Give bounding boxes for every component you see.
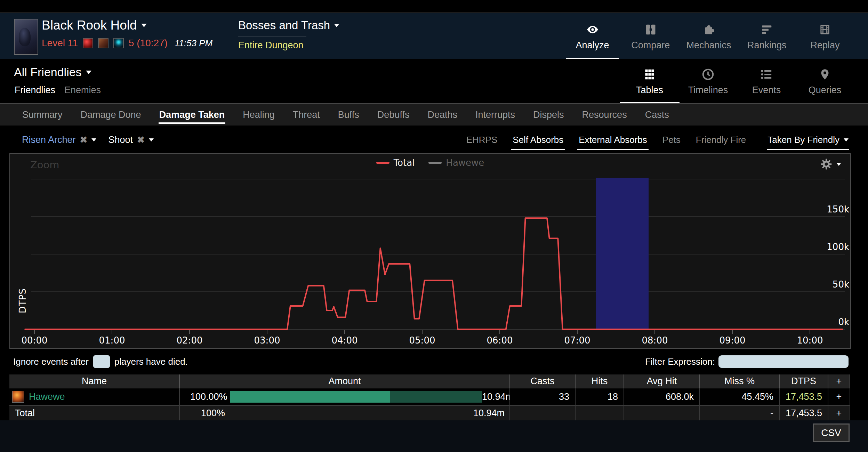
toggle-external-absorbs[interactable]: External Absorbs (579, 135, 647, 145)
legend-label: Total (394, 158, 415, 168)
rankings-bars-icon (760, 22, 774, 37)
tab-deaths[interactable]: Deaths (427, 104, 457, 126)
col-header-miss[interactable]: Miss % (700, 374, 780, 388)
col-header-amount[interactable]: Amount (180, 374, 510, 388)
page-bottom-background (0, 420, 868, 452)
legend-swatch (428, 162, 442, 164)
fight-selector-dropdown[interactable]: Bosses and Trash (238, 19, 339, 32)
hits-value: 18 (576, 388, 624, 405)
svg-text:02:00: 02:00 (177, 335, 203, 346)
chevron-down-icon[interactable] (149, 138, 154, 142)
view-events[interactable]: Events (737, 59, 796, 103)
y-axis-title: DTPS (17, 283, 28, 318)
keystone-result: 5 (10:27) (129, 38, 168, 49)
svg-text:10:00: 10:00 (797, 335, 823, 346)
chevron-down-icon[interactable] (91, 138, 96, 142)
tab-damage-taken[interactable]: Damage Taken (159, 104, 225, 126)
tab-interrupts[interactable]: Interrupts (475, 104, 515, 126)
ignore-events-label-suffix: players have died. (114, 356, 188, 367)
toggle-self-absorbs[interactable]: Self Absorbs (513, 135, 563, 145)
nav-replay[interactable]: Replay (796, 13, 854, 59)
tab-summary[interactable]: Summary (22, 104, 63, 126)
col-header-plus[interactable]: + (828, 374, 850, 388)
source-dropdown[interactable]: All Friendlies (14, 65, 91, 79)
svg-text:0k: 0k (838, 317, 849, 327)
col-header-casts[interactable]: Casts (510, 374, 576, 388)
filter-pill-risen-archer[interactable]: Risen Archer ✖ (22, 135, 96, 145)
table-header-row: Name Amount Casts Hits Avg Hit Miss % DT… (9, 374, 850, 388)
filter-expression-input[interactable] (718, 355, 849, 368)
source-tab-enemies[interactable]: Enemies (64, 85, 101, 96)
dtps-line-chart[interactable]: 00:0001:0002:0003:0004:0005:0006:0007:00… (10, 154, 850, 348)
total-hits (576, 406, 624, 420)
keystone-level: Level 11 (42, 38, 78, 49)
source-tab-friendlies[interactable]: Friendlies (15, 85, 55, 96)
col-header-name[interactable]: Name (9, 374, 180, 388)
tab-healing[interactable]: Healing (243, 104, 275, 126)
filter-expression-label: Filter Expression: (645, 356, 715, 367)
col-header-avg-hit[interactable]: Avg Hit (624, 374, 700, 388)
col-header-hits[interactable]: Hits (576, 374, 624, 388)
legend-item[interactable]: Hawewe (428, 158, 484, 168)
grid-icon (643, 67, 656, 82)
affix-icon-3 (113, 38, 124, 48)
svg-text:01:00: 01:00 (99, 335, 125, 346)
puzzle-icon (702, 22, 716, 37)
nav-mechanics[interactable]: Mechanics (680, 13, 738, 59)
svg-text:150k: 150k (827, 204, 849, 215)
source-title[interactable]: All Friendlies (14, 65, 82, 79)
source-bar: All Friendlies Friendlies Enemies Tables… (0, 59, 868, 103)
tab-resources[interactable]: Resources (582, 104, 627, 126)
x-icon[interactable]: ✖ (80, 135, 88, 145)
tab-buffs[interactable]: Buffs (338, 104, 359, 126)
legend-item[interactable]: Total (376, 158, 415, 168)
csv-export-button[interactable]: CSV (813, 423, 850, 442)
total-casts (510, 406, 576, 420)
expand-row-button[interactable]: + (828, 388, 850, 405)
dtps-chart-panel: 00:0001:0002:0003:0004:0005:0006:0007:00… (9, 153, 851, 349)
analysis-tab-bar: Summary Damage Done Damage Taken Healing… (0, 103, 868, 126)
x-icon[interactable]: ✖ (137, 135, 145, 145)
divider (238, 36, 306, 37)
fight-selector[interactable]: Bosses and Trash (238, 19, 330, 32)
tab-debuffs[interactable]: Debuffs (377, 104, 410, 126)
amount-bar (230, 391, 482, 403)
chevron-down-icon (86, 71, 91, 74)
ignore-deaths-input[interactable] (93, 355, 110, 368)
player-name-link[interactable]: Hawewe (29, 392, 65, 402)
toggle-friendly-fire[interactable]: Friendly Fire (696, 135, 746, 145)
col-header-dtps[interactable]: DTPS (780, 374, 828, 388)
nav-compare[interactable]: Compare (621, 13, 680, 59)
chevron-down-icon (334, 24, 339, 27)
view-tables[interactable]: Tables (620, 59, 679, 103)
affix-icon-1 (83, 38, 93, 48)
film-icon (818, 22, 831, 37)
fight-scope-link[interactable]: Entire Dungeon (238, 40, 339, 51)
total-miss: - (700, 406, 780, 420)
filter-pill-shoot[interactable]: Shoot ✖ (108, 135, 153, 145)
nav-analyze[interactable]: Analyze (563, 13, 621, 59)
chart-zoom-label: Zoom (30, 159, 59, 171)
table-total-row: Total 100% 10.94m - 17,453.5 + (9, 406, 850, 421)
taken-by-dropdown[interactable]: Taken By Friendly (767, 135, 849, 145)
chevron-down-icon (844, 138, 849, 142)
svg-text:04:00: 04:00 (332, 335, 358, 346)
tab-casts[interactable]: Casts (645, 104, 669, 126)
report-title[interactable]: Black Rook Hold (42, 18, 137, 33)
toggle-pets[interactable]: Pets (662, 135, 681, 145)
map-pin-icon (819, 67, 831, 82)
nav-rankings[interactable]: Rankings (738, 13, 796, 59)
dungeon-portrait (14, 19, 38, 55)
amount-percent: 100.00% (190, 392, 225, 402)
list-icon (760, 67, 773, 82)
tab-threat[interactable]: Threat (293, 104, 320, 126)
tab-damage-done[interactable]: Damage Done (81, 104, 141, 126)
view-timelines[interactable]: Timelines (679, 59, 737, 103)
report-title-dropdown[interactable]: Black Rook Hold (42, 18, 212, 33)
view-queries[interactable]: Queries (796, 59, 854, 103)
expand-total-button[interactable]: + (828, 406, 850, 420)
chart-settings-button[interactable] (820, 158, 841, 170)
ignore-events-label-prefix: Ignore events after (13, 356, 89, 367)
toggle-ehrps[interactable]: EHRPS (466, 135, 498, 145)
tab-dispels[interactable]: Dispels (533, 104, 564, 126)
